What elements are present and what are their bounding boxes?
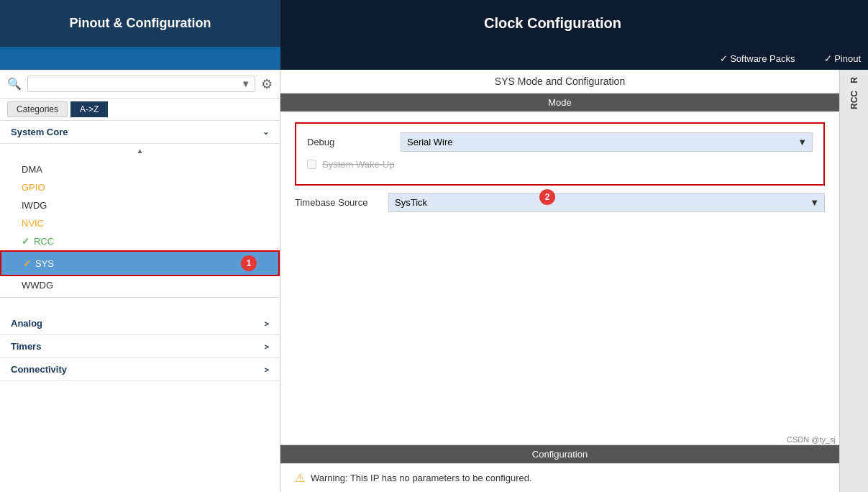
config-section-header: Configuration (280, 445, 839, 463)
tab-categories[interactable]: Categories (7, 101, 68, 117)
search-input-wrapper: ▼ (27, 76, 255, 92)
header-right-space (825, 0, 868, 47)
top-header: Pinout & Configuration Clock Configurati… (0, 0, 868, 47)
system-core-category[interactable]: System Core ⌄ (0, 121, 280, 144)
connectivity-label: Connectivity (11, 364, 67, 375)
warning-row: ⚠ Warning: This IP has no parameters to … (280, 463, 839, 492)
system-core-items: DMA GPIO IWDG NVIC ✓ RCC ✓ SYS (0, 158, 280, 298)
bottom-section: Configuration ⚠ Warning: This IP has no … (280, 445, 839, 492)
system-wakeup-checkbox[interactable] (307, 160, 316, 169)
sidebar-item-nvic[interactable]: NVIC (0, 214, 280, 232)
content-title: SYS Mode and Configuration (280, 70, 839, 94)
sidebar-tabs: Categories A->Z (0, 99, 280, 121)
sub-header-right: ✓ Software Packs ✓ Pinout (280, 53, 868, 64)
sidebar-item-wwdg[interactable]: WWDG (0, 276, 280, 294)
timebase-select-wrapper: SysTick ▼ (388, 193, 825, 212)
sidebar-item-sys[interactable]: ✓ SYS 1 (0, 250, 280, 276)
main-wrapper: SYS Mode and Configuration Mode Debug Se… (280, 70, 868, 492)
analog-category[interactable]: Analog > (0, 312, 280, 335)
sidebar-item-gpio[interactable]: GPIO (0, 178, 280, 196)
sidebar: 🔍 ▼ ⚙ Categories A->Z System Core ⌄ ▲ DM… (0, 70, 280, 492)
csdn-watermark: CSDN @ty_sj (783, 434, 839, 445)
iwdg-label: IWDG (22, 200, 47, 211)
sub-header-left (0, 47, 280, 70)
software-packs-menu[interactable]: ✓ Software Packs (720, 53, 795, 64)
debug-select-wrapper: Serial Wire ▼ (401, 132, 813, 152)
analog-label: Analog (11, 318, 42, 329)
rcc-checkmark: ✓ (22, 236, 29, 247)
content-title-text: SYS Mode and Configuration (495, 76, 625, 87)
debug-select[interactable]: Serial Wire (401, 132, 813, 152)
config-section-label: Configuration (532, 449, 588, 460)
search-input[interactable] (32, 78, 241, 89)
sidebar-item-rcc[interactable]: ✓ RCC (0, 232, 280, 250)
search-dropdown-arrow[interactable]: ▼ (241, 78, 250, 89)
mode-area: Debug Serial Wire ▼ System Wake-Up (280, 111, 839, 445)
nvic-label: NVIC (22, 218, 44, 229)
scroll-up-arrow: ▲ (137, 147, 144, 155)
software-packs-label: ✓ Software Packs (720, 53, 795, 64)
right-label-r: R (849, 77, 859, 83)
mode-section-header: Mode (280, 94, 839, 111)
timers-label: Timers (11, 341, 41, 352)
sidebar-item-iwdg[interactable]: IWDG (0, 196, 280, 214)
sys-checkmark: ✓ (23, 258, 31, 269)
tab-az[interactable]: A->Z (70, 101, 108, 117)
pinout-header-tab[interactable]: Pinout & Configuration (0, 0, 280, 47)
connectivity-chevron: > (265, 365, 269, 374)
sidebar-item-dma[interactable]: DMA (0, 160, 280, 178)
timebase-select[interactable]: SysTick (388, 193, 825, 212)
system-core-label: System Core (11, 127, 68, 137)
sidebar-content: System Core ⌄ ▲ DMA GPIO IWDG NVIC (0, 121, 280, 492)
pinout-menu-label: ✓ Pinout (824, 53, 861, 64)
main-layout: 🔍 ▼ ⚙ Categories A->Z System Core ⌄ ▲ DM… (0, 70, 868, 492)
mode-section-label: Mode (548, 97, 572, 108)
pinout-menu[interactable]: ✓ Pinout (824, 53, 861, 64)
rcc-label: RCC (34, 236, 54, 247)
timebase-row: Timebase Source SysTick ▼ 2 (295, 193, 825, 212)
pinout-header-label: Pinout & Configuration (70, 16, 211, 31)
badge-1: 1 (241, 255, 257, 271)
system-core-chevron: ⌄ (262, 127, 269, 137)
gpio-label: GPIO (22, 182, 45, 193)
timebase-label: Timebase Source (295, 197, 381, 208)
clock-header-label: Clock Configuration (484, 15, 621, 32)
search-bar: 🔍 ▼ ⚙ (0, 70, 280, 99)
sys-label: SYS (35, 258, 54, 269)
timers-category[interactable]: Timers > (0, 335, 280, 358)
system-wakeup-label: System Wake-Up (322, 159, 395, 170)
clock-header-tab[interactable]: Clock Configuration (280, 0, 825, 47)
search-icon: 🔍 (7, 77, 22, 91)
scroll-up-indicator: ▲ (0, 144, 280, 158)
wwdg-label: WWDG (22, 280, 53, 291)
mode-section-box: Debug Serial Wire ▼ System Wake-Up (295, 122, 825, 186)
warning-icon: ⚠ (295, 471, 305, 485)
system-wakeup-row: System Wake-Up (307, 159, 813, 170)
warning-text: Warning: This IP has no parameters to be… (311, 473, 532, 483)
connectivity-category[interactable]: Connectivity > (0, 358, 280, 381)
center-content: SYS Mode and Configuration Mode Debug Se… (280, 70, 839, 492)
timers-chevron: > (265, 342, 269, 351)
badge-2: 2 (539, 189, 555, 205)
right-label-rcc: RCC (849, 91, 859, 109)
sub-header: ✓ Software Packs ✓ Pinout (0, 47, 868, 70)
right-sidebar: R RCC (839, 70, 868, 492)
analog-chevron: > (265, 319, 269, 328)
debug-label: Debug (307, 137, 393, 147)
debug-row: Debug Serial Wire ▼ (307, 132, 813, 152)
dma-label: DMA (22, 164, 42, 175)
gear-icon[interactable]: ⚙ (261, 76, 273, 92)
